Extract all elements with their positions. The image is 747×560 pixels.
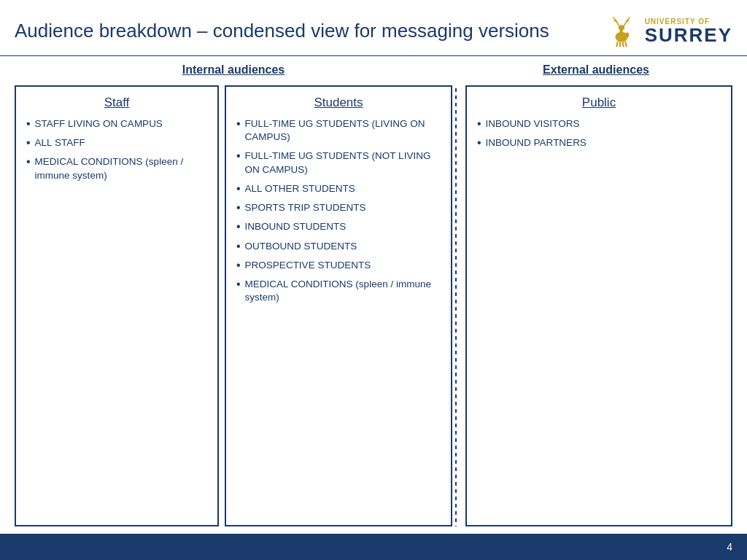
list-item: MEDICAL CONDITIONS (spleen / immune syst… [236, 278, 441, 304]
page-title: Audience breakdown – condensed view for … [15, 20, 604, 42]
internal-section: Staff STAFF LIVING ON CAMPUS ALL STAFF M… [15, 85, 452, 526]
staff-list: STAFF LIVING ON CAMPUS ALL STAFF MEDICAL… [26, 117, 207, 188]
list-item: INBOUND STUDENTS [236, 220, 441, 233]
page-footer: 4 [0, 534, 747, 560]
list-item: FULL-TIME UG STUDENTS (NOT LIVING ON CAM… [236, 149, 441, 176]
page-number: 4 [727, 541, 732, 553]
svg-line-14 [625, 42, 627, 47]
list-item: SPORTS TRIP STUDENTS [236, 201, 441, 214]
logo-text: UNIVERSITY OF SURREY [645, 18, 732, 44]
staff-column: Staff STAFF LIVING ON CAMPUS ALL STAFF M… [15, 85, 219, 526]
svg-line-12 [619, 42, 620, 47]
students-column: Students FULL-TIME UG STUDENTS (LIVING O… [225, 85, 452, 526]
svg-line-8 [627, 17, 630, 19]
list-item: MEDICAL CONDITIONS (spleen / immune syst… [26, 155, 207, 182]
svg-line-4 [613, 17, 615, 19]
list-item: ALL STAFF [26, 136, 207, 149]
public-column: Public INBOUND VISITORS INBOUND PARTNERS [465, 85, 732, 526]
university-logo: UNIVERSITY OF SURREY [604, 13, 732, 48]
svg-point-15 [625, 33, 629, 38]
deer-icon [604, 13, 639, 48]
students-column-title: Students [236, 96, 441, 110]
list-item: ALL OTHER STUDENTS [236, 182, 441, 195]
list-item: STAFF LIVING ON CAMPUS [26, 117, 207, 131]
svg-line-3 [615, 20, 619, 26]
students-list: FULL-TIME UG STUDENTS (LIVING ON CAMPUS)… [236, 117, 441, 310]
svg-point-2 [618, 25, 624, 30]
section-headers: Internal audiences External audiences [15, 63, 732, 79]
list-item: FULL-TIME UG STUDENTS (LIVING ON CAMPUS) [236, 117, 441, 144]
svg-line-13 [622, 42, 623, 47]
public-list: INBOUND VISITORS INBOUND PARTNERS [477, 117, 721, 149]
svg-line-11 [616, 42, 618, 47]
internal-audiences-header: Internal audiences [15, 63, 452, 79]
staff-column-title: Staff [26, 96, 207, 110]
divider-spacer [452, 63, 460, 79]
public-column-title: Public [477, 96, 721, 110]
page-header: Audience breakdown – condensed view for … [0, 0, 747, 56]
list-item: PROSPECTIVE STUDENTS [236, 259, 441, 272]
logo-surrey: SURREY [645, 26, 732, 44]
list-item: INBOUND PARTNERS [477, 136, 721, 149]
list-item: OUTBOUND STUDENTS [236, 240, 441, 253]
dashed-line [455, 88, 457, 526]
main-content: Internal audiences External audiences St… [0, 56, 747, 534]
svg-line-7 [624, 20, 627, 26]
columns-container: Staff STAFF LIVING ON CAMPUS ALL STAFF M… [15, 85, 732, 526]
list-item: INBOUND VISITORS [477, 117, 721, 131]
section-divider [452, 85, 460, 526]
external-section: Public INBOUND VISITORS INBOUND PARTNERS [465, 85, 732, 526]
svg-rect-1 [619, 29, 622, 36]
external-audiences-header: External audiences [460, 63, 732, 79]
